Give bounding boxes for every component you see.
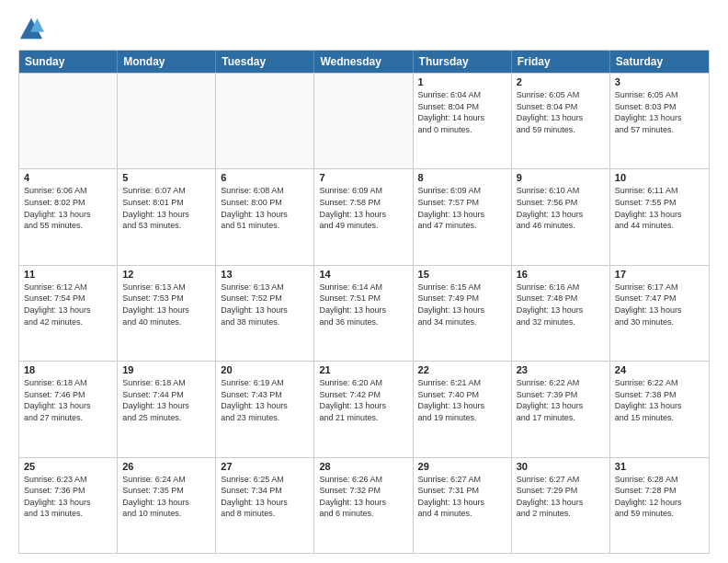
calendar-cell: 16Sunrise: 6:16 AM Sunset: 7:48 PM Dayli… <box>512 266 610 361</box>
day-info: Sunrise: 6:09 AM Sunset: 7:57 PM Dayligh… <box>418 185 506 231</box>
day-info: Sunrise: 6:20 AM Sunset: 7:42 PM Dayligh… <box>319 377 407 423</box>
calendar-cell: 19Sunrise: 6:18 AM Sunset: 7:44 PM Dayli… <box>118 362 216 456</box>
calendar-cell: 13Sunrise: 6:13 AM Sunset: 7:52 PM Dayli… <box>216 266 314 361</box>
day-number: 28 <box>319 461 407 472</box>
calendar-cell: 5Sunrise: 6:07 AM Sunset: 8:01 PM Daylig… <box>118 169 216 264</box>
day-number: 20 <box>221 364 309 375</box>
calendar-cell: 30Sunrise: 6:27 AM Sunset: 7:29 PM Dayli… <box>512 458 610 553</box>
day-info: Sunrise: 6:14 AM Sunset: 7:51 PM Dayligh… <box>319 282 407 327</box>
calendar-cell: 22Sunrise: 6:21 AM Sunset: 7:40 PM Dayli… <box>414 362 512 456</box>
day-number: 2 <box>517 76 605 87</box>
day-info: Sunrise: 6:22 AM Sunset: 7:38 PM Dayligh… <box>615 377 704 423</box>
day-info: Sunrise: 6:07 AM Sunset: 8:01 PM Dayligh… <box>122 185 210 231</box>
calendar-row: 1Sunrise: 6:04 AM Sunset: 8:04 PM Daylig… <box>19 73 709 168</box>
calendar-cell <box>19 74 118 168</box>
day-info: Sunrise: 6:27 AM Sunset: 7:31 PM Dayligh… <box>418 474 506 520</box>
day-info: Sunrise: 6:28 AM Sunset: 7:28 PM Dayligh… <box>615 474 704 520</box>
weekday-header: Thursday <box>414 51 512 73</box>
header <box>18 17 710 42</box>
day-number: 24 <box>615 364 704 375</box>
day-number: 1 <box>418 76 506 87</box>
day-number: 5 <box>122 172 210 183</box>
day-number: 21 <box>319 364 407 375</box>
day-number: 30 <box>517 461 605 472</box>
calendar-cell: 14Sunrise: 6:14 AM Sunset: 7:51 PM Dayli… <box>314 266 413 361</box>
calendar-body: 1Sunrise: 6:04 AM Sunset: 8:04 PM Daylig… <box>19 73 709 553</box>
calendar-row: 25Sunrise: 6:23 AM Sunset: 7:36 PM Dayli… <box>19 457 709 553</box>
day-number: 31 <box>615 461 704 472</box>
day-number: 9 <box>517 172 605 183</box>
day-number: 19 <box>122 364 210 375</box>
calendar-cell: 23Sunrise: 6:22 AM Sunset: 7:39 PM Dayli… <box>512 362 610 456</box>
weekday-header: Sunday <box>19 51 118 73</box>
calendar-cell <box>216 74 314 168</box>
calendar-cell: 18Sunrise: 6:18 AM Sunset: 7:46 PM Dayli… <box>19 362 118 456</box>
day-info: Sunrise: 6:26 AM Sunset: 7:32 PM Dayligh… <box>319 474 407 520</box>
calendar-cell: 31Sunrise: 6:28 AM Sunset: 7:28 PM Dayli… <box>610 458 709 553</box>
day-info: Sunrise: 6:19 AM Sunset: 7:43 PM Dayligh… <box>221 377 309 423</box>
calendar-cell <box>314 74 413 168</box>
calendar-cell: 1Sunrise: 6:04 AM Sunset: 8:04 PM Daylig… <box>414 74 512 168</box>
logo <box>18 17 50 42</box>
day-info: Sunrise: 6:22 AM Sunset: 7:39 PM Dayligh… <box>517 377 605 423</box>
calendar-cell: 28Sunrise: 6:26 AM Sunset: 7:32 PM Dayli… <box>314 458 413 553</box>
day-info: Sunrise: 6:13 AM Sunset: 7:53 PM Dayligh… <box>122 282 210 327</box>
day-number: 26 <box>122 461 210 472</box>
day-number: 11 <box>24 269 112 280</box>
day-info: Sunrise: 6:23 AM Sunset: 7:36 PM Dayligh… <box>24 474 112 520</box>
calendar-cell: 11Sunrise: 6:12 AM Sunset: 7:54 PM Dayli… <box>19 266 118 361</box>
calendar-cell: 24Sunrise: 6:22 AM Sunset: 7:38 PM Dayli… <box>610 362 709 456</box>
weekday-header: Monday <box>118 51 216 73</box>
day-number: 17 <box>615 269 704 280</box>
day-info: Sunrise: 6:17 AM Sunset: 7:47 PM Dayligh… <box>615 282 704 327</box>
day-info: Sunrise: 6:25 AM Sunset: 7:34 PM Dayligh… <box>221 474 309 520</box>
logo-icon <box>18 17 44 42</box>
calendar-cell: 4Sunrise: 6:06 AM Sunset: 8:02 PM Daylig… <box>19 169 118 264</box>
calendar-row: 4Sunrise: 6:06 AM Sunset: 8:02 PM Daylig… <box>19 168 709 264</box>
weekday-header: Saturday <box>610 51 709 73</box>
calendar-row: 11Sunrise: 6:12 AM Sunset: 7:54 PM Dayli… <box>19 265 709 361</box>
day-number: 16 <box>517 269 605 280</box>
day-number: 14 <box>319 269 407 280</box>
calendar-cell: 3Sunrise: 6:05 AM Sunset: 8:03 PM Daylig… <box>610 74 709 168</box>
day-number: 13 <box>221 269 309 280</box>
day-number: 12 <box>122 269 210 280</box>
day-info: Sunrise: 6:10 AM Sunset: 7:56 PM Dayligh… <box>517 185 605 231</box>
day-info: Sunrise: 6:18 AM Sunset: 7:46 PM Dayligh… <box>24 377 112 423</box>
weekday-header: Wednesday <box>314 51 413 73</box>
day-number: 3 <box>615 76 704 87</box>
day-number: 23 <box>517 364 605 375</box>
page: SundayMondayTuesdayWednesdayThursdayFrid… <box>0 0 728 563</box>
calendar-cell: 26Sunrise: 6:24 AM Sunset: 7:35 PM Dayli… <box>118 458 216 553</box>
day-info: Sunrise: 6:09 AM Sunset: 7:58 PM Dayligh… <box>319 185 407 231</box>
day-info: Sunrise: 6:12 AM Sunset: 7:54 PM Dayligh… <box>24 282 112 327</box>
day-number: 22 <box>418 364 506 375</box>
day-info: Sunrise: 6:05 AM Sunset: 8:04 PM Dayligh… <box>517 89 605 135</box>
calendar-cell: 7Sunrise: 6:09 AM Sunset: 7:58 PM Daylig… <box>314 169 413 264</box>
day-info: Sunrise: 6:06 AM Sunset: 8:02 PM Dayligh… <box>24 185 112 231</box>
day-number: 8 <box>418 172 506 183</box>
calendar-row: 18Sunrise: 6:18 AM Sunset: 7:46 PM Dayli… <box>19 361 709 456</box>
calendar-cell: 9Sunrise: 6:10 AM Sunset: 7:56 PM Daylig… <box>512 169 610 264</box>
day-number: 7 <box>319 172 407 183</box>
calendar-cell: 8Sunrise: 6:09 AM Sunset: 7:57 PM Daylig… <box>414 169 512 264</box>
day-info: Sunrise: 6:05 AM Sunset: 8:03 PM Dayligh… <box>615 89 704 135</box>
calendar-cell: 6Sunrise: 6:08 AM Sunset: 8:00 PM Daylig… <box>216 169 314 264</box>
day-number: 29 <box>418 461 506 472</box>
calendar-cell: 15Sunrise: 6:15 AM Sunset: 7:49 PM Dayli… <box>414 266 512 361</box>
day-number: 27 <box>221 461 309 472</box>
day-number: 6 <box>221 172 309 183</box>
day-number: 15 <box>418 269 506 280</box>
day-info: Sunrise: 6:18 AM Sunset: 7:44 PM Dayligh… <box>122 377 210 423</box>
calendar-cell: 10Sunrise: 6:11 AM Sunset: 7:55 PM Dayli… <box>610 169 709 264</box>
calendar-cell: 2Sunrise: 6:05 AM Sunset: 8:04 PM Daylig… <box>512 74 610 168</box>
calendar-cell: 29Sunrise: 6:27 AM Sunset: 7:31 PM Dayli… <box>414 458 512 553</box>
day-number: 4 <box>24 172 112 183</box>
calendar-cell: 17Sunrise: 6:17 AM Sunset: 7:47 PM Dayli… <box>610 266 709 361</box>
day-info: Sunrise: 6:24 AM Sunset: 7:35 PM Dayligh… <box>122 474 210 520</box>
day-info: Sunrise: 6:11 AM Sunset: 7:55 PM Dayligh… <box>615 185 704 231</box>
calendar-cell <box>118 74 216 168</box>
day-number: 10 <box>615 172 704 183</box>
day-number: 18 <box>24 364 112 375</box>
calendar-cell: 21Sunrise: 6:20 AM Sunset: 7:42 PM Dayli… <box>314 362 413 456</box>
